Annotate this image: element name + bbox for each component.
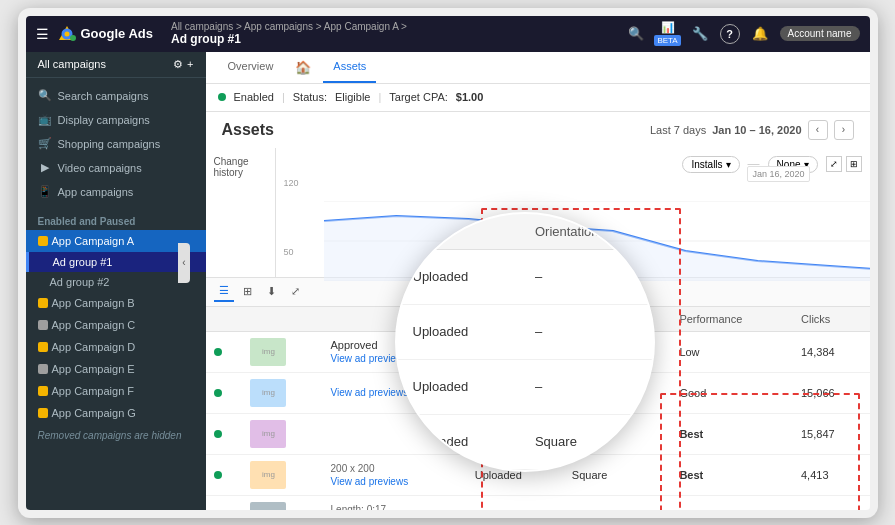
add-icon[interactable]: +: [187, 58, 193, 71]
sidebar-campaign-app-f[interactable]: App Campaign F: [26, 380, 206, 402]
col-clicks[interactable]: Clicks: [793, 307, 870, 332]
row-clicks-2: 15,847: [793, 413, 870, 454]
table-download-icon[interactable]: ⬇: [262, 282, 282, 302]
top-bar: ☰ Google Ads All campaigns > App campaig…: [26, 16, 870, 52]
row-clicks-1: 15,066: [793, 372, 870, 413]
expand-icon-2[interactable]: ⊞: [846, 156, 862, 172]
magnified-orient-2: –: [519, 359, 653, 414]
magnified-table: Source Orientation Uplo: [397, 214, 653, 470]
sidebar-item-display[interactable]: 📺 Display campaigns: [26, 108, 206, 132]
beta-tag: BETA: [654, 35, 680, 46]
sidebar-collapse-button[interactable]: ‹: [178, 243, 190, 283]
tab-overview-label: Overview: [228, 60, 274, 72]
bell-icon[interactable]: 🔔: [748, 22, 772, 46]
row-thumb-0: img: [250, 338, 286, 366]
expand-icons: ⤢ ⊞: [826, 156, 862, 172]
row-dims-4: Length: 0:17: [331, 504, 459, 510]
date-prev-button[interactable]: ‹: [808, 120, 828, 140]
sidebar-campaign-app-g[interactable]: App Campaign G: [26, 402, 206, 424]
breadcrumb-current: Ad group #1: [171, 32, 616, 46]
table-grid-icon[interactable]: ⊞: [238, 282, 258, 302]
tab-assets[interactable]: Assets: [323, 52, 376, 83]
breadcrumb: All campaigns > App campaigns > App Camp…: [171, 21, 616, 46]
all-campaigns-label: All campaigns: [38, 58, 106, 70]
row-clicks-3: 4,413: [793, 454, 870, 495]
row-dims-3: 200 x 200: [331, 463, 459, 474]
target-label: Target CPA:: [389, 91, 448, 103]
table-expand-icon[interactable]: ⤢: [286, 282, 306, 302]
sidebar-item-app-label: App campaigns: [58, 186, 134, 198]
account-pill[interactable]: Account name: [780, 26, 860, 41]
table-list-icon[interactable]: ☰: [214, 282, 234, 302]
tab-overview[interactable]: Overview: [218, 52, 284, 83]
help-icon[interactable]: ?: [720, 24, 740, 44]
date-range-label: Last 7 days: [650, 124, 706, 136]
search-icon[interactable]: 🔍: [624, 22, 648, 46]
status-bar: Enabled | Status: Eligible | Target CPA:…: [206, 84, 870, 112]
search-campaigns-icon: 🔍: [38, 89, 52, 103]
sidebar-item-video[interactable]: ▶ Video campaigns: [26, 156, 206, 180]
sidebar-campaign-app-b[interactable]: App Campaign B: [26, 292, 206, 314]
date-controls: Last 7 days Jan 10 – 16, 2020 ‹ ›: [650, 120, 854, 140]
sidebar-item-app[interactable]: 📱 App campaigns: [26, 180, 206, 204]
sidebar-campaign-app-f-label: App Campaign F: [52, 385, 135, 397]
sidebar-campaign-app-c-label: App Campaign C: [52, 319, 136, 331]
svg-point-2: [70, 35, 76, 41]
campaign-dot-app-b: [38, 298, 48, 308]
jan16-label: Jan 16, 2020: [747, 166, 809, 182]
tab-assets-label: Assets: [333, 60, 366, 72]
logo-svg-icon: [57, 24, 77, 44]
home-icon[interactable]: 🏠: [295, 60, 311, 75]
enabled-dot: [218, 93, 226, 101]
status-label: Status:: [293, 91, 327, 103]
campaign-dot-app-f: [38, 386, 48, 396]
reports-icon[interactable]: 📊 BETA: [656, 22, 680, 46]
row-source-4: Uploaded: [467, 495, 564, 510]
tab-bar: Overview 🏠 Assets: [206, 52, 870, 84]
sidebar-item-search-label: Search campaigns: [58, 90, 149, 102]
installs-filter[interactable]: Installs ▾: [682, 156, 739, 173]
expand-icon-1[interactable]: ⤢: [826, 156, 842, 172]
sidebar-sub-ad-group-1-label: Ad group #1: [53, 256, 113, 268]
row-clicks-0: 14,384: [793, 331, 870, 372]
row-performance-2: Best: [671, 413, 793, 454]
row-link-3[interactable]: View ad previews: [331, 476, 459, 487]
sidebar-item-search[interactable]: 🔍 Search campaigns: [26, 84, 206, 108]
target-value: $1.00: [456, 91, 484, 103]
table-row: ▶ Length: 0:17 View ad previews Uploaded…: [206, 495, 870, 510]
row-status-dot-2: [214, 430, 222, 438]
change-history-panel: Change history: [206, 148, 276, 277]
sidebar-item-display-label: Display campaigns: [58, 114, 150, 126]
hamburger-icon[interactable]: ☰: [36, 26, 49, 42]
date-range-value: Jan 10 – 16, 2020: [712, 124, 801, 136]
sidebar-campaign-app-e-label: App Campaign E: [52, 363, 135, 375]
tools-icon[interactable]: 🔧: [688, 22, 712, 46]
sidebar-campaign-app-d[interactable]: App Campaign D: [26, 336, 206, 358]
assets-section: Assets Last 7 days Jan 10 – 16, 2020 ‹ ›: [206, 112, 870, 510]
row-performance-3: Best: [671, 454, 793, 495]
sidebar-divider: Enabled and Paused: [26, 210, 206, 230]
laptop-shell: ☰ Google Ads All campaigns > App campaig…: [18, 8, 878, 518]
settings-icon[interactable]: ⚙: [173, 58, 183, 71]
sidebar-campaign-app-e[interactable]: App Campaign E: [26, 358, 206, 380]
campaign-dot-app-e: [38, 364, 48, 374]
row-status-dot-0: [214, 348, 222, 356]
row-thumb-4: ▶: [250, 502, 286, 510]
content-area: Overview 🏠 Assets Enabled | Status: Elig…: [206, 52, 870, 510]
display-campaigns-icon: 📺: [38, 113, 52, 127]
row-info-3: 200 x 200 View ad previews: [331, 463, 459, 487]
row-performance-1: Good: [671, 372, 793, 413]
date-next-button[interactable]: ›: [834, 120, 854, 140]
sidebar-campaign-app-c[interactable]: App Campaign C: [26, 314, 206, 336]
sidebar-item-shopping[interactable]: 🛒 Shopping campaigns: [26, 132, 206, 156]
magnified-row: Uploaded –: [397, 304, 653, 359]
sidebar-nav-section: 🔍 Search campaigns 📺 Display campaigns 🛒…: [26, 78, 206, 210]
col-performance[interactable]: Performance: [671, 307, 793, 332]
y-max: 120: [284, 178, 299, 188]
change-history-label: Change history: [214, 156, 249, 178]
row-status-dot-1: [214, 389, 222, 397]
sidebar-all-campaigns[interactable]: All campaigns ⚙ +: [26, 52, 206, 78]
sidebar-campaign-app-b-label: App Campaign B: [52, 297, 135, 309]
sidebar-campaign-app-a-label: App Campaign A: [52, 235, 135, 247]
magnified-orient-1: –: [519, 304, 653, 359]
